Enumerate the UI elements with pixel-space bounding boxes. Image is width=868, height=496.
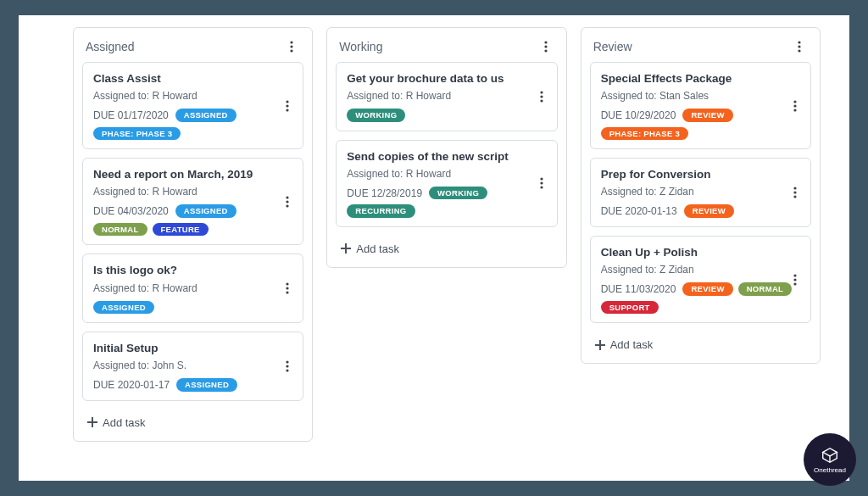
svg-point-36 [793, 195, 796, 198]
brand-icon [821, 446, 839, 465]
task-assigned: Assigned to: R Howard [347, 90, 548, 102]
svg-point-13 [287, 365, 289, 367]
svg-point-34 [793, 187, 796, 189]
add-task-label: Add task [103, 416, 146, 429]
task-card[interactable]: Clean Up + PolishAssigned to: Z ZidanDUE… [590, 236, 811, 323]
column-title: Review [593, 40, 632, 53]
svg-point-7 [287, 200, 289, 203]
column-title: Working [339, 40, 382, 53]
card-more-icon[interactable] [533, 175, 550, 192]
card-more-icon[interactable] [787, 271, 804, 288]
svg-point-18 [544, 45, 547, 47]
task-assigned: Assigned to: Z Zidan [601, 186, 802, 198]
column-more-icon[interactable] [283, 38, 300, 55]
svg-point-22 [540, 99, 542, 102]
brand-badge: Onethread [804, 433, 856, 486]
task-meta: DUE 12/28/2019WORKINGRECURRING [347, 187, 548, 218]
card-more-icon[interactable] [787, 184, 804, 201]
svg-point-12 [287, 360, 289, 363]
svg-point-0 [291, 41, 293, 43]
task-assigned: Assigned to: R Howard [93, 90, 294, 102]
status-pill: FEATURE [153, 223, 209, 237]
task-card[interactable]: Initial SetupAssigned to: John S.DUE 202… [82, 332, 303, 401]
task-card[interactable]: Send copies of the new scriptAssigned to… [336, 140, 557, 227]
task-meta: DUE 10/29/2020REVIEWPHASE: PHASE 3 [601, 109, 802, 140]
task-due: DUE 11/03/2020 [601, 283, 676, 295]
status-pill: NORMAL [93, 223, 147, 237]
status-pill: WORKING [429, 187, 487, 200]
column: AssignedClass AssistAssigned to: R Howar… [73, 27, 313, 442]
task-card[interactable]: Prep for ConversionAssigned to: Z ZidanD… [590, 158, 811, 227]
task-title: Send copies of the new script [347, 149, 518, 164]
svg-point-33 [793, 109, 796, 111]
column-more-icon[interactable] [537, 38, 554, 55]
plus-icon [341, 243, 351, 254]
card-more-icon[interactable] [279, 98, 296, 114]
status-pill: REVIEW [682, 282, 732, 296]
status-pill: ASSIGNED [176, 378, 237, 392]
plus-icon [595, 340, 605, 350]
plus-icon [87, 417, 97, 427]
column-more-icon[interactable] [791, 38, 808, 55]
card-more-icon[interactable] [533, 88, 550, 105]
task-card[interactable]: Special Effects PackageAssigned to: Stan… [590, 62, 811, 149]
status-pill: PHASE: PHASE 3 [93, 127, 181, 141]
svg-point-14 [287, 369, 289, 371]
column: WorkingGet your brochure data to usAssig… [326, 27, 566, 268]
svg-point-37 [793, 274, 796, 276]
svg-point-29 [798, 45, 800, 47]
task-title: Initial Setup [93, 341, 264, 356]
task-card[interactable]: Need a report on March, 2019Assigned to:… [82, 158, 303, 245]
column-title: Assigned [86, 40, 135, 53]
task-title: Is this logo ok? [93, 263, 264, 278]
task-title: Get your brochure data to us [347, 71, 518, 86]
brand-label: Onethread [814, 466, 846, 474]
svg-point-17 [544, 41, 547, 43]
svg-point-8 [287, 204, 289, 207]
task-card[interactable]: Class AssistAssigned to: R HowardDUE 01/… [82, 62, 303, 149]
svg-point-31 [793, 100, 796, 103]
card-more-icon[interactable] [279, 358, 296, 375]
svg-point-24 [540, 182, 542, 185]
task-card[interactable]: Get your brochure data to usAssigned to:… [336, 62, 557, 131]
add-task-button[interactable]: Add task [590, 332, 811, 354]
add-task-button[interactable]: Add task [82, 410, 303, 432]
svg-point-38 [793, 278, 796, 281]
add-task-label: Add task [610, 338, 654, 351]
task-meta: DUE 04/03/2020ASSIGNEDNORMALFEATURE [93, 204, 294, 236]
task-meta: DUE 11/03/2020REVIEWNORMALSUPPORT [601, 282, 802, 314]
column-header: Assigned [82, 36, 303, 62]
task-meta: ASSIGNED [93, 301, 294, 315]
add-task-button[interactable]: Add task [336, 236, 557, 259]
card-more-icon[interactable] [279, 193, 296, 210]
task-due: DUE 2020-01-17 [93, 379, 170, 391]
svg-point-32 [793, 104, 796, 107]
task-assigned: Assigned to: Z Zidan [601, 264, 802, 276]
task-assigned: Assigned to: R Howard [347, 168, 548, 180]
card-more-icon[interactable] [279, 280, 296, 297]
svg-rect-41 [595, 344, 605, 346]
task-assigned: Assigned to: John S. [93, 359, 294, 371]
task-meta: DUE 2020-01-17ASSIGNED [93, 378, 294, 392]
svg-point-21 [540, 95, 542, 98]
task-title: Special Effects Package [601, 71, 772, 86]
svg-point-3 [287, 100, 289, 103]
svg-point-9 [287, 283, 289, 286]
status-pill: RECURRING [347, 204, 415, 218]
task-title: Need a report on March, 2019 [93, 167, 264, 182]
task-due: DUE 04/03/2020 [93, 205, 169, 217]
status-pill: ASSIGNED [175, 204, 236, 218]
task-title: Prep for Conversion [601, 167, 772, 182]
task-card[interactable]: Is this logo ok?Assigned to: R HowardASS… [82, 254, 303, 323]
svg-point-19 [544, 49, 547, 52]
svg-point-35 [793, 191, 796, 193]
board: AssignedClass AssistAssigned to: R Howar… [19, 15, 849, 481]
task-meta: DUE 2020-01-13REVIEW [601, 204, 802, 218]
svg-point-28 [798, 41, 800, 43]
svg-point-1 [291, 45, 293, 47]
svg-point-4 [287, 104, 289, 107]
svg-point-23 [540, 178, 542, 181]
card-more-icon[interactable] [787, 98, 804, 114]
column-header: Working [336, 36, 557, 62]
task-assigned: Assigned to: R Howard [93, 282, 294, 294]
